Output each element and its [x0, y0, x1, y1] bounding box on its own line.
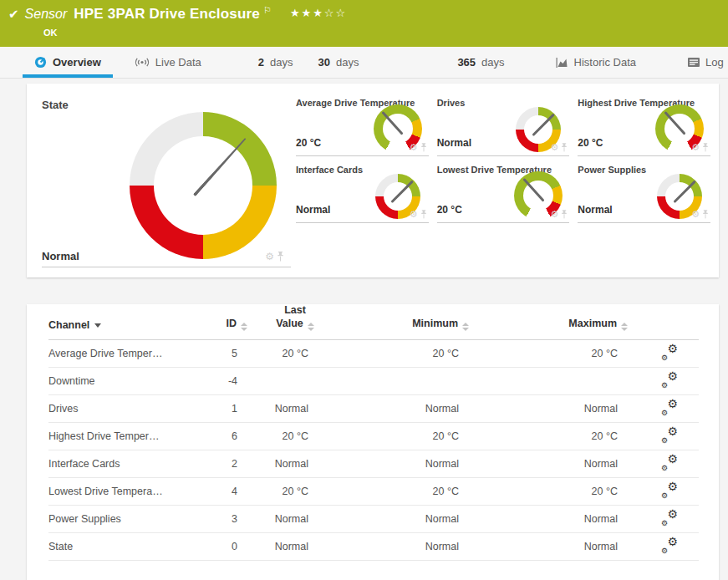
- tile-value: 20 °C: [296, 137, 321, 149]
- state-gauge-panel[interactable]: State Normal ⚙: [35, 94, 289, 267]
- tile-value: 20 °C: [437, 204, 462, 216]
- table-row[interactable]: Power Supplies 3 Normal Normal Normal ⚙⚙: [48, 505, 699, 532]
- tab-historic-data[interactable]: Historic Data: [544, 47, 648, 78]
- tab-log[interactable]: Log: [676, 47, 728, 78]
- tab-365-days[interactable]: 365 days: [445, 47, 516, 78]
- cell-id: 1: [207, 394, 259, 422]
- table-row[interactable]: State 0 Normal Normal Normal ⚙⚙: [48, 532, 699, 560]
- cell-id: 5: [207, 339, 259, 367]
- cell-minimum: 20 °C: [331, 477, 481, 505]
- column-header-label: Last: [284, 304, 306, 316]
- channel-gear-icon[interactable]: ⚙: [550, 209, 558, 220]
- tab-2-days[interactable]: 2 days: [247, 47, 305, 78]
- tile-value: Normal: [296, 204, 330, 216]
- cell-last-value: Normal: [259, 450, 331, 477]
- cell-id: 0: [207, 532, 259, 560]
- channel-gear-icon[interactable]: ⚙: [691, 209, 700, 220]
- cell-channel[interactable]: Power Supplies: [48, 505, 207, 532]
- table-row[interactable]: Highest Drive Temper… 6 20 °C 20 °C 20 °…: [48, 422, 699, 450]
- channel-settings-icon[interactable]: ⚙⚙: [661, 455, 678, 470]
- channel-settings-icon[interactable]: ⚙⚙: [661, 372, 678, 387]
- channel-settings-icon[interactable]: ⚙⚙: [661, 482, 678, 497]
- pin-icon[interactable]: [420, 210, 427, 219]
- channel-settings-icon[interactable]: ⚙⚙: [661, 510, 678, 525]
- channel-gear-icon[interactable]: ⚙: [265, 251, 274, 262]
- pin-icon[interactable]: [561, 143, 568, 152]
- channel-settings-icon[interactable]: ⚙⚙: [661, 344, 678, 359]
- tile-title: Drives: [437, 94, 570, 108]
- cell-minimum: Normal: [331, 394, 481, 422]
- channel-gear-icon[interactable]: ⚙: [410, 142, 418, 153]
- state-gauge: [130, 112, 277, 259]
- pin-icon[interactable]: [561, 210, 568, 219]
- tile-drives[interactable]: Drives Normal ⚙: [437, 94, 570, 156]
- priority-stars[interactable]: ★★★☆☆: [290, 7, 347, 19]
- gauge-needle: [381, 111, 403, 135]
- channel-gear-icon[interactable]: ⚙: [691, 142, 700, 153]
- tab-365-days-number: 365: [457, 56, 476, 69]
- cell-maximum: Normal: [481, 394, 640, 422]
- channel-settings-icon[interactable]: ⚙⚙: [661, 427, 678, 442]
- cell-id: 6: [207, 422, 259, 450]
- gauge-needle: [673, 181, 696, 204]
- flag-icon[interactable]: ⚐: [263, 5, 272, 16]
- tab-overview[interactable]: Overview: [23, 47, 113, 78]
- area-chart-icon: [556, 58, 568, 68]
- state-gauge-value: Normal: [42, 250, 79, 262]
- tile-title: Average Drive Temperature: [296, 94, 429, 108]
- tile-highest-drive-temperature[interactable]: Highest Drive Temperature 20 °C ⚙: [578, 94, 710, 156]
- tab-30-days[interactable]: 30 days: [306, 47, 370, 78]
- pin-icon[interactable]: [277, 252, 284, 262]
- cell-minimum: Normal: [331, 450, 481, 477]
- tab-live-data[interactable]: Live Data: [123, 47, 213, 78]
- tile-title: Highest Drive Temperature: [578, 94, 710, 108]
- cell-last-value: Normal: [259, 505, 331, 532]
- ok-check-icon: ✔: [8, 7, 19, 22]
- pin-icon[interactable]: [702, 143, 709, 152]
- cell-maximum: 20 °C: [481, 339, 640, 367]
- table-row[interactable]: Drives 1 Normal Normal Normal ⚙⚙: [48, 394, 699, 422]
- table-row[interactable]: Interface Cards 2 Normal Normal Normal ⚙…: [48, 450, 699, 477]
- tab-historic-data-label: Historic Data: [574, 56, 636, 69]
- tab-overview-label: Overview: [53, 56, 101, 69]
- column-header-maximum[interactable]: Maximum: [481, 304, 640, 339]
- cell-id: 2: [207, 450, 259, 477]
- column-header-channel[interactable]: Channel: [48, 304, 207, 339]
- column-header-minimum[interactable]: Minimum: [331, 304, 481, 339]
- cell-channel[interactable]: Highest Drive Temper…: [48, 422, 207, 450]
- pin-icon[interactable]: [420, 143, 427, 152]
- cell-channel[interactable]: State: [48, 532, 207, 560]
- tab-30-days-number: 30: [318, 56, 329, 69]
- cell-maximum: 20 °C: [481, 477, 640, 505]
- channel-gear-icon[interactable]: ⚙: [550, 142, 558, 153]
- table-row[interactable]: Downtime -4 ⚙⚙: [48, 367, 699, 394]
- column-header-settings: [640, 304, 699, 339]
- column-header-last-value[interactable]: LastValue: [259, 304, 331, 339]
- cell-id: 3: [207, 505, 259, 532]
- cell-maximum: Normal: [481, 532, 640, 560]
- tile-interface-cards[interactable]: Interface Cards Normal ⚙: [296, 160, 429, 223]
- tile-value: 20 °C: [578, 137, 603, 149]
- tile-average-drive-temperature[interactable]: Average Drive Temperature 20 °C ⚙: [296, 94, 429, 156]
- cell-last-value: Normal: [259, 532, 331, 560]
- tile-lowest-drive-temperature[interactable]: Lowest Drive Temperature 20 °C ⚙: [437, 160, 570, 223]
- cell-channel[interactable]: Average Drive Temper…: [48, 339, 207, 367]
- cell-channel[interactable]: Interface Cards: [48, 450, 207, 477]
- cell-channel[interactable]: Drives: [48, 394, 207, 422]
- tab-log-label: Log: [705, 56, 724, 69]
- table-row[interactable]: Average Drive Temper… 5 20 °C 20 °C 20 °…: [48, 339, 699, 367]
- channel-settings-icon[interactable]: ⚙⚙: [661, 399, 678, 415]
- tile-power-supplies[interactable]: Power Supplies Normal ⚙: [578, 160, 710, 223]
- gauges-card: State Normal ⚙ Average Drive Temperature…: [27, 84, 719, 277]
- mini-gauge-grid: Average Drive Temperature 20 °C ⚙ Drives…: [296, 94, 710, 267]
- table-row[interactable]: Lowest Drive Tempera… 4 20 °C 20 °C 20 °…: [48, 477, 699, 505]
- pin-icon[interactable]: [702, 210, 709, 219]
- tab-bar: Overview Live Data 2 days 30 days 365 da…: [0, 47, 728, 79]
- channel-gear-icon[interactable]: ⚙: [410, 209, 418, 220]
- column-header-id[interactable]: ID: [207, 304, 259, 339]
- divider: [42, 267, 291, 267]
- state-gauge-title: State: [42, 99, 69, 111]
- cell-channel[interactable]: Downtime: [48, 367, 207, 394]
- cell-channel[interactable]: Lowest Drive Tempera…: [48, 477, 207, 505]
- channel-settings-icon[interactable]: ⚙⚙: [661, 537, 678, 552]
